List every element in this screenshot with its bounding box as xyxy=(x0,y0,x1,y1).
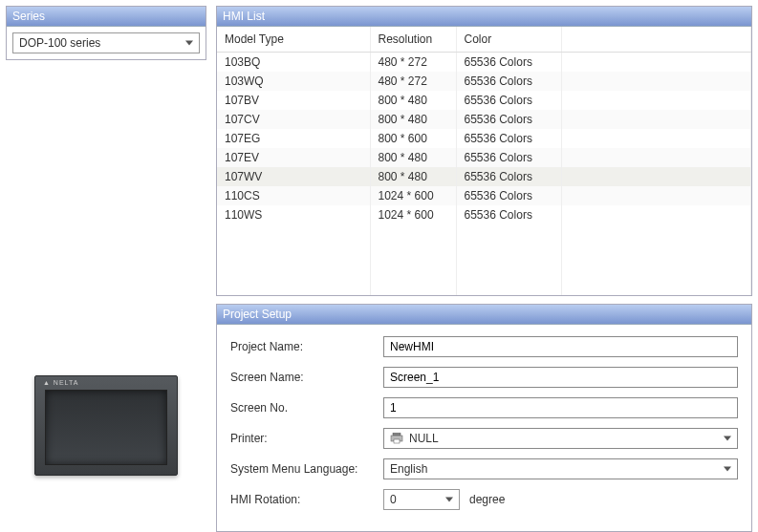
cell-color: 65536 Colors xyxy=(456,91,561,110)
cell-model: 107CV xyxy=(217,110,370,129)
cell-resolution: 480 * 272 xyxy=(370,72,456,91)
rotation-select[interactable]: 0 xyxy=(383,489,460,510)
hmi-list-panel: HMI List Model Type Resolution Color 103… xyxy=(216,6,752,296)
project-name-label: Project Name: xyxy=(230,340,383,353)
cell-blank xyxy=(561,167,751,186)
table-row[interactable]: 107EV800 * 48065536 Colors xyxy=(217,148,751,167)
cell-blank xyxy=(561,186,751,205)
cell-color: 65536 Colors xyxy=(456,110,561,129)
cell-model: 110CS xyxy=(217,186,370,205)
series-select[interactable]: DOP-100 series xyxy=(12,32,200,53)
screen-no-label: Screen No. xyxy=(230,401,383,415)
table-row[interactable]: 107WV800 * 48065536 Colors xyxy=(217,167,751,186)
cell-model: 107BV xyxy=(217,91,370,110)
cell-resolution: 800 * 600 xyxy=(370,129,456,148)
cell-color: 65536 Colors xyxy=(456,129,561,148)
cell-model: 107EV xyxy=(217,148,370,167)
device-screen xyxy=(45,390,167,465)
series-select-value: DOP-100 series xyxy=(19,36,100,50)
language-label: System Menu Language: xyxy=(230,462,383,476)
cell-blank xyxy=(561,110,751,129)
svg-rect-2 xyxy=(394,439,400,443)
col-header-resolution[interactable]: Resolution xyxy=(370,27,456,53)
cell-model: 103WQ xyxy=(217,72,370,91)
cell-resolution: 800 * 480 xyxy=(370,110,456,129)
table-row[interactable]: 107CV800 * 48065536 Colors xyxy=(217,110,751,129)
screen-name-input[interactable] xyxy=(383,367,738,388)
printer-label: Printer: xyxy=(230,432,383,445)
cell-model: 103BQ xyxy=(217,53,370,73)
col-header-color[interactable]: Color xyxy=(456,27,561,53)
table-row-empty xyxy=(217,263,751,282)
table-row-empty xyxy=(217,224,751,244)
svg-rect-0 xyxy=(393,433,401,436)
cell-blank xyxy=(561,129,751,148)
project-setup-header: Project Setup xyxy=(217,305,751,325)
table-row[interactable]: 110WS1024 * 60065536 Colors xyxy=(217,205,751,224)
table-row[interactable]: 103WQ480 * 27265536 Colors xyxy=(217,72,751,91)
cell-color: 65536 Colors xyxy=(456,205,561,224)
cell-blank xyxy=(561,72,751,91)
cell-resolution: 480 * 272 xyxy=(370,53,456,73)
screen-name-label: Screen Name: xyxy=(230,371,383,384)
cell-model: 107EG xyxy=(217,129,370,148)
hmi-table: Model Type Resolution Color 103BQ480 * 2… xyxy=(217,27,751,295)
cell-resolution: 1024 * 600 xyxy=(370,205,456,224)
screen-no-input[interactable] xyxy=(383,397,738,418)
cell-blank xyxy=(561,148,751,167)
col-header-model[interactable]: Model Type xyxy=(217,27,370,53)
cell-blank xyxy=(561,91,751,110)
project-setup-panel: Project Setup Project Name: Screen Name:… xyxy=(216,304,752,532)
table-row[interactable]: 103BQ480 * 27265536 Colors xyxy=(217,53,751,73)
cell-model: 107WV xyxy=(217,167,370,186)
rotation-unit: degree xyxy=(469,493,505,506)
hmi-list-header: HMI List xyxy=(217,7,751,27)
cell-resolution: 800 * 480 xyxy=(370,167,456,186)
cell-resolution: 800 * 480 xyxy=(370,148,456,167)
cell-model: 110WS xyxy=(217,205,370,224)
cell-color: 65536 Colors xyxy=(456,53,561,73)
printer-select-value: NULL xyxy=(409,432,439,445)
cell-color: 65536 Colors xyxy=(456,72,561,91)
device-preview: ▲ NELTA xyxy=(34,375,178,476)
cell-color: 65536 Colors xyxy=(456,148,561,167)
cell-blank xyxy=(561,205,751,224)
printer-select[interactable]: NULL xyxy=(383,428,738,449)
col-header-blank xyxy=(561,27,751,53)
printer-icon xyxy=(390,433,403,444)
rotation-label: HMI Rotation: xyxy=(230,493,383,506)
table-row[interactable]: 110CS1024 * 60065536 Colors xyxy=(217,186,751,205)
language-select[interactable]: English xyxy=(383,458,738,479)
table-row-empty xyxy=(217,244,751,263)
table-row[interactable]: 107EG800 * 60065536 Colors xyxy=(217,129,751,148)
series-header: Series xyxy=(7,7,206,27)
rotation-select-value: 0 xyxy=(390,493,397,506)
series-panel: Series DOP-100 series xyxy=(6,6,206,60)
cell-resolution: 1024 * 600 xyxy=(370,186,456,205)
project-name-input[interactable] xyxy=(383,336,738,357)
cell-blank xyxy=(561,53,751,73)
cell-color: 65536 Colors xyxy=(456,186,561,205)
table-row[interactable]: 107BV800 * 48065536 Colors xyxy=(217,91,751,110)
cell-color: 65536 Colors xyxy=(456,167,561,186)
language-select-value: English xyxy=(390,462,427,476)
cell-resolution: 800 * 480 xyxy=(370,91,456,110)
table-row-empty xyxy=(217,282,751,295)
device-brand: ▲ NELTA xyxy=(43,379,78,386)
